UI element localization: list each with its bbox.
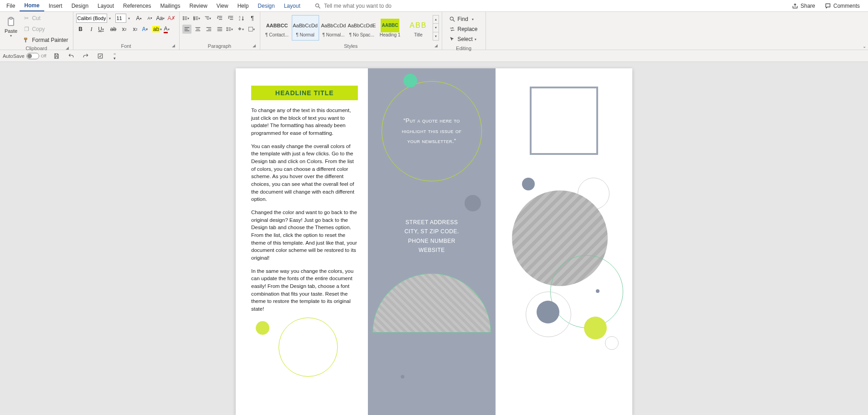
quote-text[interactable]: “Put a quote here to highlight this issu… bbox=[396, 116, 468, 147]
underline-button[interactable]: U▾ bbox=[98, 25, 107, 34]
font-name-input[interactable] bbox=[76, 14, 107, 23]
tab-insert[interactable]: Insert bbox=[44, 1, 67, 11]
address-city[interactable]: CITY, ST ZIP CODE. bbox=[368, 227, 496, 236]
bullets-button[interactable]: ▾ bbox=[182, 14, 191, 23]
select-button[interactable]: Select ▾ bbox=[447, 35, 481, 44]
sort-button[interactable]: AZ bbox=[237, 14, 246, 23]
share-button[interactable]: Share bbox=[789, 1, 818, 10]
cut-button[interactable]: ✂ Cut bbox=[21, 14, 70, 23]
headline-title[interactable]: HEADLINE TITLE bbox=[251, 86, 358, 100]
style-normal-2[interactable]: AaBbCcDd ¶ Normal... bbox=[320, 15, 347, 41]
tab-mailings[interactable]: Mailings bbox=[155, 1, 185, 11]
select-dropdown[interactable]: ▾ bbox=[475, 37, 479, 41]
tab-design[interactable]: Design bbox=[67, 1, 93, 11]
decrease-font-button[interactable]: A▾ bbox=[145, 14, 155, 23]
increase-font-button[interactable]: A▴ bbox=[134, 14, 144, 23]
italic-button[interactable]: I bbox=[87, 25, 96, 34]
address-street[interactable]: STREET ADDRESS bbox=[368, 218, 496, 227]
autosave-toggle[interactable]: AutoSave Off bbox=[3, 53, 46, 59]
save-button[interactable] bbox=[52, 51, 61, 61]
right-decorations bbox=[509, 178, 619, 351]
font-size-dropdown[interactable]: ▾ bbox=[128, 16, 133, 20]
highlight-button[interactable]: ab▾ bbox=[153, 25, 162, 34]
show-marks-button[interactable]: ¶ bbox=[248, 14, 257, 23]
middle-photo-placeholder[interactable] bbox=[372, 273, 491, 333]
paste-button[interactable]: Paste ▾ bbox=[3, 14, 19, 45]
multilevel-list-button[interactable]: ▾ bbox=[204, 14, 213, 23]
copy-button[interactable]: ❐ Copy bbox=[21, 25, 70, 34]
tab-references[interactable]: References bbox=[119, 1, 155, 11]
increase-indent-button[interactable] bbox=[226, 14, 235, 23]
group-paragraph: ▾ 123▾ ▾ AZ ¶ bbox=[180, 12, 260, 50]
decrease-indent-button[interactable] bbox=[215, 14, 224, 23]
numbering-button[interactable]: 123▾ bbox=[193, 14, 202, 23]
style-scroll-down[interactable]: ▾ bbox=[433, 24, 439, 32]
undo-button[interactable] bbox=[67, 51, 76, 61]
style-scroll-up[interactable]: ▴ bbox=[433, 15, 439, 24]
square-placeholder[interactable] bbox=[530, 87, 598, 155]
subscript-button[interactable]: x2 bbox=[120, 25, 129, 34]
collapse-ribbon-button[interactable]: ⌄ bbox=[863, 44, 866, 49]
svg-point-8 bbox=[183, 19, 183, 20]
align-left-button[interactable] bbox=[182, 25, 191, 34]
format-painter-button[interactable]: Format Painter bbox=[21, 36, 70, 45]
replace-button[interactable]: Replace bbox=[447, 25, 481, 34]
address-block[interactable]: STREET ADDRESS CITY, ST ZIP CODE. PHONE … bbox=[368, 218, 496, 255]
find-button[interactable]: Find ▾ bbox=[447, 15, 481, 24]
tab-home[interactable]: Home bbox=[20, 0, 44, 11]
style-normal[interactable]: AaBbCcDd ¶ Normal bbox=[292, 15, 319, 41]
clear-formatting-button[interactable]: A✗ bbox=[167, 14, 176, 23]
style-expand[interactable]: ▾ bbox=[433, 32, 439, 40]
justify-button[interactable] bbox=[215, 25, 224, 34]
paragraph-1[interactable]: To change any of the text in this docume… bbox=[251, 107, 358, 137]
strikethrough-button[interactable]: ab bbox=[109, 25, 118, 34]
quote-circle[interactable]: “Put a quote here to highlight this issu… bbox=[382, 81, 482, 181]
redo-button[interactable] bbox=[81, 51, 90, 61]
share-label: Share bbox=[801, 3, 815, 9]
address-website[interactable]: WEBSITE bbox=[368, 246, 496, 255]
style-no-spacing[interactable]: AaBbCcDdE ¶ No Spac... bbox=[348, 15, 376, 41]
style-heading-1[interactable]: AABBC Heading 1 bbox=[377, 15, 404, 41]
text-effects-button[interactable]: A▾ bbox=[142, 25, 151, 34]
style-name: ¶ Normal... bbox=[322, 32, 345, 37]
tab-review[interactable]: Review bbox=[185, 1, 212, 11]
style-contact[interactable]: AABBCC ¶ Contact... bbox=[264, 15, 291, 41]
bold-button[interactable]: B bbox=[76, 25, 85, 34]
tell-me-input[interactable] bbox=[324, 3, 461, 9]
qat-extra-button[interactable] bbox=[96, 51, 105, 61]
shading-button[interactable]: ▾ bbox=[237, 25, 246, 34]
align-right-button[interactable] bbox=[204, 25, 213, 34]
font-size-input[interactable] bbox=[115, 14, 126, 23]
tab-file[interactable]: File bbox=[2, 1, 20, 11]
paragraph-2[interactable]: You can easily change the overall colors… bbox=[251, 143, 358, 203]
tab-view[interactable]: View bbox=[212, 1, 233, 11]
qat-customize-button[interactable]: =▾ bbox=[110, 51, 119, 61]
style-title[interactable]: ABB Title bbox=[405, 15, 432, 41]
page[interactable]: HEADLINE TITLE To change any of the text… bbox=[236, 68, 632, 415]
align-center-button[interactable] bbox=[193, 25, 202, 34]
tab-layout[interactable]: Layout bbox=[93, 1, 119, 11]
document-area[interactable]: HEADLINE TITLE To change any of the text… bbox=[0, 62, 868, 415]
change-case-button[interactable]: Aa▾ bbox=[156, 14, 165, 23]
font-launcher[interactable]: ◢ bbox=[171, 43, 176, 49]
line-spacing-button[interactable]: ▾ bbox=[226, 25, 235, 34]
borders-button[interactable]: ▾ bbox=[248, 25, 257, 34]
paragraph-4[interactable]: In the same way you change the colors, y… bbox=[251, 267, 358, 313]
find-dropdown[interactable]: ▾ bbox=[472, 17, 476, 21]
tab-contextual-design[interactable]: Design bbox=[253, 1, 279, 11]
styles-launcher[interactable]: ◢ bbox=[434, 43, 439, 49]
body-text[interactable]: To change any of the text in this docume… bbox=[251, 107, 358, 313]
address-phone[interactable]: PHONE NUMBER bbox=[368, 236, 496, 246]
paragraph-launcher[interactable]: ◢ bbox=[252, 43, 257, 49]
font-name-dropdown[interactable]: ▾ bbox=[109, 16, 114, 20]
tab-help[interactable]: Help bbox=[233, 1, 253, 11]
comments-button[interactable]: Comments bbox=[822, 1, 863, 10]
clipboard-launcher[interactable]: ◢ bbox=[65, 46, 70, 51]
style-name: Title bbox=[414, 32, 423, 37]
tell-me-search[interactable] bbox=[314, 2, 789, 10]
paragraph-3[interactable]: Changed the color and want to go back to… bbox=[251, 209, 358, 262]
font-color-button[interactable]: A▾ bbox=[164, 25, 173, 34]
superscript-button[interactable]: x2 bbox=[131, 25, 140, 34]
format-painter-icon bbox=[23, 36, 30, 44]
tab-contextual-layout[interactable]: Layout bbox=[279, 1, 305, 11]
